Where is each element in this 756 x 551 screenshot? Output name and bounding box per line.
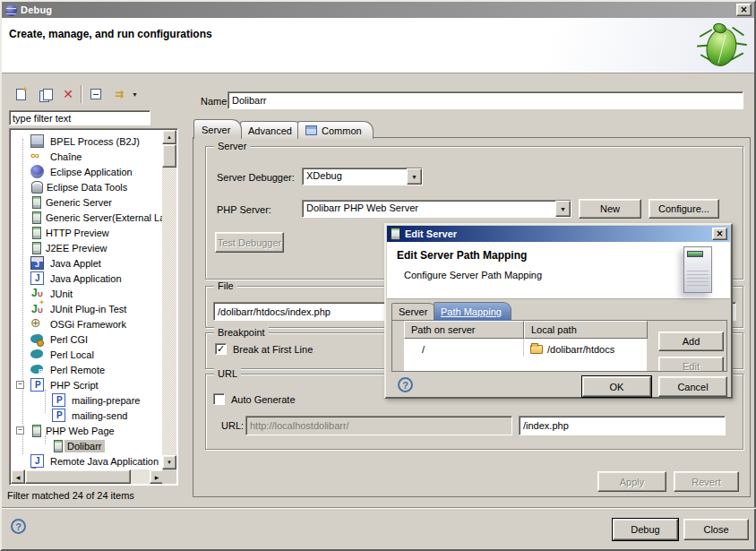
tree-item-dolibarr[interactable]: Dolibarr (11, 438, 162, 453)
name-input[interactable] (228, 91, 743, 109)
dialog-close-button[interactable]: × (712, 228, 727, 240)
dialog-tab-content: Path on server Local path / /dolibarr/ht… (391, 320, 727, 372)
tree-item-osgi-framework[interactable]: OSGi Framework (11, 316, 162, 331)
tree-item-perl-cgi[interactable]: Perl CGI (11, 331, 162, 347)
php-icon (52, 409, 65, 422)
new-configuration-icon: ✦ (16, 89, 26, 100)
tree-item-http-preview[interactable]: HTTP Preview (11, 225, 162, 240)
server-tower-icon (683, 246, 712, 293)
collapse-toggle-icon[interactable] (16, 426, 24, 435)
perl-icon (30, 348, 44, 361)
dialog-header: Edit Server Path Mapping Configure Serve… (387, 242, 730, 299)
dialog-title: Edit Server (405, 228, 457, 239)
tree-item-php-web-page[interactable]: PHP Web Page (11, 423, 162, 438)
filter-menu-caret-icon[interactable]: ▼ (132, 91, 138, 98)
add-mapping-button[interactable]: Add (658, 331, 724, 351)
banner-title: Create, manage, and run configurations (9, 28, 212, 40)
tab-advanced-label: Advanced (248, 125, 292, 136)
server-icon (391, 228, 400, 240)
junit-plugin-icon: ✦ (30, 302, 44, 315)
edit-server-dialog: Edit Server × Edit Server Path Mapping C… (384, 223, 733, 399)
tree-item-label: PHP Script (47, 379, 101, 392)
tree-item-bpel-process-b2j[interactable]: BPEL Process (B2J) (11, 133, 162, 149)
scroll-down-icon[interactable]: ▼ (162, 455, 176, 469)
tree-item-generic-server[interactable]: Generic Server (11, 194, 162, 210)
config-tree-rows: BPEL Process (B2J)ChaîneEclipse Applicat… (11, 130, 162, 469)
debug-window: Debug × Create, manage, and run configur… (0, 0, 756, 551)
scroll-left-icon[interactable]: ◀ (11, 469, 25, 484)
filter-status-text: Filter matched 24 of 24 items (7, 490, 134, 501)
scroll-up-icon[interactable]: ▲ (162, 130, 176, 144)
column-header-path-on-server[interactable]: Path on server (404, 321, 524, 339)
server-icon (54, 440, 63, 452)
tree-item-mailing-send[interactable]: mailing-send (11, 408, 162, 423)
cancel-button[interactable]: Cancel (658, 376, 727, 397)
help-icon[interactable]: ? (11, 519, 26, 534)
ok-button-label: OK (610, 382, 624, 392)
tree-item-java-applet[interactable]: Java Applet (11, 255, 162, 271)
tree-item-label: Generic Server (43, 196, 115, 209)
tab-server[interactable]: Server (193, 119, 242, 139)
tree-item-remote-java-application[interactable]: Remote Java Application (11, 453, 162, 469)
table-cell-local-path[interactable]: /dolibarr/htdocs (524, 339, 648, 357)
osgi-icon (30, 317, 44, 331)
tree-item-label: OSGi Framework (47, 318, 129, 331)
delete-configuration-button[interactable]: ✕ (58, 85, 78, 103)
tree-item-java-application[interactable]: Java Application (11, 271, 162, 286)
tree-item-label: Dolibarr (64, 440, 105, 452)
tree-item-label: Perl Remote (47, 364, 107, 376)
tree-item-perl-remote[interactable]: Perl Remote (11, 362, 162, 377)
new-configuration-button[interactable]: ✦ (11, 85, 30, 103)
tree-item-label: Chaîne (47, 151, 84, 163)
tree-item-eclipse-application[interactable]: Eclipse Application (11, 164, 162, 179)
scrollbar-corner (162, 469, 176, 484)
edit-mapping-button[interactable]: Edit (658, 357, 724, 372)
close-button[interactable]: Close (683, 519, 749, 540)
tree-vscrollbar[interactable] (162, 130, 176, 469)
tab-server-label: Server (202, 125, 230, 135)
collapse-all-button[interactable] (86, 85, 106, 103)
tree-item-label: Java Applet (47, 257, 104, 270)
table-cell-path-on-server[interactable]: / (404, 339, 524, 357)
configuration-tree: BPEL Process (B2J)ChaîneEclipse Applicat… (9, 128, 178, 486)
dialog-help-icon[interactable]: ? (398, 377, 413, 392)
duplicate-configuration-button[interactable] (35, 85, 55, 103)
column-header-local-path[interactable]: Local path (524, 321, 648, 339)
dialog-tab-path-mapping[interactable]: Path Mapping (434, 302, 511, 321)
window-close-button[interactable]: × (736, 4, 752, 16)
type-filter-input[interactable] (9, 110, 150, 125)
filter-icon: ⇉ (115, 89, 124, 99)
tree-item-label: Perl CGI (47, 333, 90, 346)
dialog-header-subtitle: Configure Server Path Mapping (404, 270, 542, 280)
spark-icon: ✦ (39, 298, 45, 306)
toolbar-separator (81, 85, 82, 103)
table-icon (305, 125, 317, 135)
server-icon (32, 227, 41, 239)
tree-item-junit[interactable]: JUnit (11, 286, 162, 301)
tree-item-label: mailing-prepare (69, 394, 142, 407)
tab-advanced[interactable]: Advanced (240, 121, 304, 139)
filter-button[interactable]: ⇉ (109, 85, 129, 103)
delete-icon: ✕ (63, 88, 73, 100)
debug-button[interactable]: Debug (613, 519, 678, 540)
table-empty-row (404, 357, 648, 372)
ok-button[interactable]: OK (582, 376, 651, 397)
cell-text: /dolibarr/htdocs (547, 344, 614, 355)
dialog-titlebar: Edit Server × (387, 226, 730, 242)
tree-item-generic-server-external-la[interactable]: Generic Server(External La (11, 210, 162, 225)
tree-item-mailing-prepare[interactable]: mailing-prepare (11, 392, 162, 408)
collapse-toggle-icon[interactable] (16, 381, 24, 389)
tree-item-cha-ne[interactable]: Chaîne (11, 149, 162, 164)
name-label: Name: (201, 96, 229, 107)
tree-item-perl-local[interactable]: Perl Local (11, 347, 162, 362)
tree-item-eclipse-data-tools[interactable]: Eclipse Data Tools (11, 179, 162, 194)
tree-item-j2ee-preview[interactable]: J2EE Preview (11, 240, 162, 255)
vscroll-thumb[interactable] (162, 144, 176, 168)
tree-item-php-script[interactable]: PHP Script (11, 377, 162, 392)
tab-common-label: Common (322, 125, 362, 136)
tree-item-label: Eclipse Data Tools (44, 181, 130, 194)
dialog-tab-server[interactable]: Server (391, 303, 437, 320)
tab-common[interactable]: Common (297, 121, 374, 139)
hscroll-thumb[interactable] (25, 469, 131, 484)
tree-item-junit-plug-in-test[interactable]: ✦JUnit Plug-in Test (11, 301, 162, 316)
